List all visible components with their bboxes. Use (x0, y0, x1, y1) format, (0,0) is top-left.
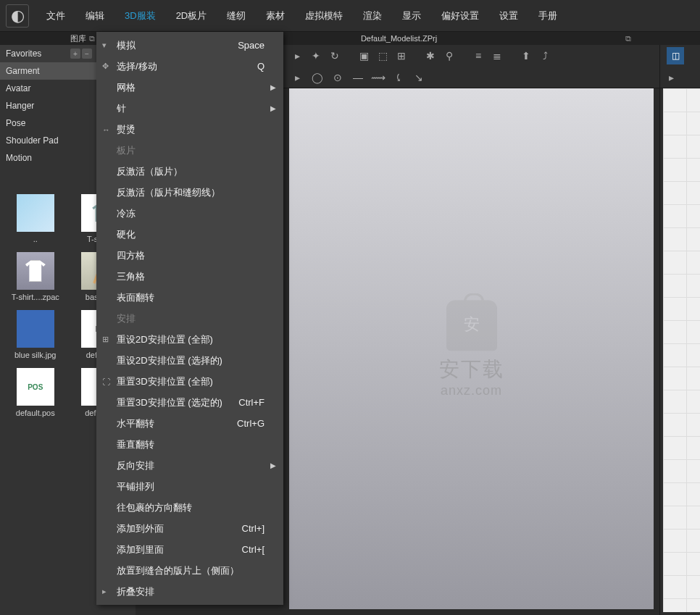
menu-item-12[interactable]: 表面翻转 (96, 287, 283, 308)
menu-item-17[interactable]: 重置3D安排位置 (选定的)Ctrl+F (96, 392, 283, 413)
pose-tool-icon[interactable]: ⚲ (443, 49, 456, 62)
pattern-tool-icon[interactable]: ◫ (667, 47, 684, 64)
library-item-default-pos[interactable]: POS default.pos (6, 368, 65, 417)
menu-item-18[interactable]: 水平翻转Ctrl+G (96, 413, 283, 434)
menu-item-label: 冷冻 (117, 207, 136, 220)
tack-tool-icon[interactable]: ↘ (412, 71, 425, 84)
menu-item-20[interactable]: 反向安排▶ (96, 455, 283, 476)
menu-sewing[interactable]: 缝纫 (217, 5, 256, 27)
menu-item-24[interactable]: 添加到里面Ctrl+[ (96, 539, 283, 560)
menu-settings[interactable]: 设置 (489, 5, 528, 27)
sidebar-item-shoulderpad[interactable]: Shoulder Pad (0, 132, 98, 149)
menu-item-1[interactable]: ✥选择/移动Q (96, 56, 283, 77)
popout-icon[interactable]: ⧉ (625, 34, 631, 43)
menu-item-label: 放置到缝合的版片上（侧面） (117, 564, 239, 577)
menu-avatar[interactable]: 虚拟模特 (295, 5, 353, 27)
menu-item-16[interactable]: ⛶重置3D安排位置 (全部) (96, 371, 283, 392)
watermark-badge-icon (446, 300, 497, 351)
menu-item-label: 四方格 (117, 249, 145, 262)
menu-item-7[interactable]: 反激活（版片和缝纫线） (96, 182, 283, 203)
zipper-tool-icon[interactable]: ⟿ (372, 71, 385, 84)
cursor-icon[interactable]: ▸ (291, 71, 304, 84)
menu-item-shortcut: Q (257, 61, 264, 72)
menu-item-shortcut: Ctrl+F (238, 397, 264, 408)
panel-2d-toolbar-1: ◫ (660, 45, 700, 67)
menu-item-25[interactable]: 放置到缝合的版片上（侧面） (96, 560, 283, 581)
sidebar-item-motion[interactable]: Motion (0, 149, 98, 167)
menu-item-shortcut: Ctrl+[ (242, 544, 264, 555)
menu-item-0[interactable]: ▾模拟Space (96, 35, 283, 56)
sidebar-item-pose[interactable]: Pose (0, 114, 98, 132)
avatar-tool-icon[interactable]: ✱ (424, 49, 437, 62)
menu-material[interactable]: 素材 (256, 5, 295, 27)
menu-item-label: 往包裹的方向翻转 (117, 501, 192, 514)
garment-thumbnail (17, 252, 54, 290)
menu-item-icon: ↔ (102, 125, 110, 134)
menu-item-5: 板片 (96, 140, 283, 161)
menu-item-14[interactable]: ⊞重设2D安排位置 (全部) (96, 329, 283, 350)
select-tool-icon[interactable]: ▸ (291, 49, 304, 62)
library-item-label: default.pos (16, 409, 55, 417)
cursor-icon[interactable]: ▸ (664, 71, 678, 84)
box-tool-icon[interactable]: ▣ (357, 49, 370, 62)
sidebar-item-hanger[interactable]: Hanger (0, 97, 98, 114)
rotate-tool-icon[interactable]: ↻ (328, 49, 341, 62)
menu-item-26[interactable]: ▸折叠安排 (96, 581, 283, 602)
layer-tool-icon[interactable]: ≡ (472, 49, 485, 62)
menu-item-21[interactable]: 平铺排列 (96, 476, 283, 497)
line-tool-icon[interactable]: — (351, 71, 364, 84)
sidebar-item-garment[interactable]: Garment (0, 62, 98, 80)
sidebar-item-avatar[interactable]: Avatar (0, 80, 98, 97)
menu-item-icon: ⊞ (102, 335, 109, 344)
menu-item-label: 针 (117, 102, 126, 115)
gift-tool-icon[interactable]: ⬚ (376, 49, 389, 62)
menu-item-label: 垂直翻转 (117, 438, 154, 451)
menu-item-label: 反向安排 (117, 459, 154, 472)
menu-item-11[interactable]: 三角格 (96, 266, 283, 287)
library-item-label: blue silk.jpg (14, 351, 56, 359)
menu-edit[interactable]: 编辑 (75, 5, 114, 27)
button-tool-icon[interactable]: ⊙ (331, 71, 344, 84)
menu-3d-garment[interactable]: 3D服装 (114, 5, 166, 27)
library-item-bluesilk[interactable]: blue silk.jpg (6, 310, 65, 359)
add-favorite-button[interactable]: + (70, 49, 80, 59)
menu-item-22[interactable]: 往包裹的方向翻转 (96, 497, 283, 518)
pin-tool-icon[interactable]: ⬆ (520, 49, 533, 62)
project-title: Default_Modelist.ZPrj (361, 34, 437, 43)
menu-2d-pattern[interactable]: 2D板片 (166, 5, 217, 27)
app-logo: ◐ (6, 4, 29, 28)
menu-item-label: 重设2D安排位置 (选择的) (117, 354, 222, 367)
stack-tool-icon[interactable]: ≣ (491, 49, 504, 62)
grid-tool-icon[interactable]: ⊞ (395, 49, 408, 62)
menu-render[interactable]: 渲染 (353, 5, 392, 27)
library-item-tshirt-zpac[interactable]: T-shirt....zpac (6, 252, 65, 301)
panel-2d: ◫ ▸ (659, 45, 700, 615)
menu-file[interactable]: 文件 (36, 5, 75, 27)
menu-item-4[interactable]: ↔熨烫 (96, 119, 283, 140)
menu-item-6[interactable]: 反激活（版片） (96, 161, 283, 182)
menu-item-label: 熨烫 (117, 123, 136, 136)
menu-manual[interactable]: 手册 (528, 5, 567, 27)
canvas-3d[interactable]: 安下载 anxz.com (289, 88, 654, 609)
canvas-2d[interactable] (663, 88, 700, 612)
remove-favorite-button[interactable]: − (82, 49, 92, 59)
menu-preferences[interactable]: 偏好设置 (431, 5, 489, 27)
menu-item-23[interactable]: 添加到外面Ctrl+] (96, 518, 283, 539)
circle-tool-icon[interactable]: ◯ (311, 71, 324, 84)
menu-item-19[interactable]: 垂直翻转 (96, 434, 283, 455)
library-item-folder-up[interactable]: .. (6, 194, 65, 243)
menu-item-8[interactable]: 冷冻 (96, 203, 283, 224)
flag-tool-icon[interactable]: ⤴ (538, 49, 551, 62)
menu-item-3[interactable]: 针▶ (96, 98, 283, 119)
library-item-label: T-shirt....zpac (12, 293, 59, 301)
move-tool-icon[interactable]: ✦ (309, 49, 322, 62)
menu-item-15[interactable]: 重设2D安排位置 (选择的) (96, 350, 283, 371)
menu-item-9[interactable]: 硬化 (96, 224, 283, 245)
menu-item-10[interactable]: 四方格 (96, 245, 283, 266)
menu-display[interactable]: 显示 (392, 5, 431, 27)
menu-item-label: 折叠安排 (117, 585, 154, 598)
fold-tool-icon[interactable]: ⤹ (392, 71, 405, 84)
menu-item-2[interactable]: 网格▶ (96, 77, 283, 98)
popout-icon[interactable]: ⧉ (89, 34, 95, 43)
menu-item-shortcut: Space (238, 40, 264, 51)
